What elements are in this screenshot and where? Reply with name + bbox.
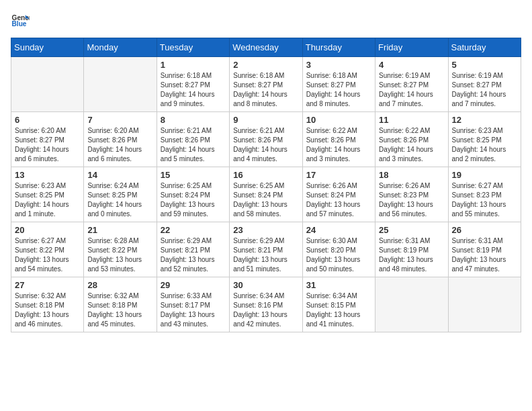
- day-number: 16: [233, 170, 298, 180]
- weekday-header-cell: Sunday: [11, 38, 84, 57]
- calendar-day-cell: 28Sunrise: 6:32 AM Sunset: 8:18 PM Dayli…: [84, 277, 157, 332]
- day-info: Sunrise: 6:29 AM Sunset: 8:21 PM Dayligh…: [161, 236, 226, 274]
- calendar-day-cell: 18Sunrise: 6:26 AM Sunset: 8:23 PM Dayli…: [375, 167, 448, 222]
- day-info: Sunrise: 6:27 AM Sunset: 8:22 PM Dayligh…: [15, 236, 80, 274]
- day-info: Sunrise: 6:31 AM Sunset: 8:19 PM Dayligh…: [379, 236, 444, 274]
- calendar-day-cell: 26Sunrise: 6:31 AM Sunset: 8:19 PM Dayli…: [448, 222, 521, 277]
- day-number: 8: [161, 115, 226, 125]
- calendar-day-cell: 16Sunrise: 6:25 AM Sunset: 8:24 PM Dayli…: [230, 167, 302, 222]
- calendar-day-cell: 9Sunrise: 6:21 AM Sunset: 8:26 PM Daylig…: [230, 112, 302, 167]
- day-info: Sunrise: 6:26 AM Sunset: 8:24 PM Dayligh…: [306, 181, 371, 219]
- day-info: Sunrise: 6:21 AM Sunset: 8:26 PM Dayligh…: [233, 126, 298, 164]
- day-number: 21: [87, 225, 152, 235]
- weekday-header-cell: Thursday: [302, 38, 375, 57]
- calendar-week-row: 6Sunrise: 6:20 AM Sunset: 8:27 PM Daylig…: [11, 112, 521, 167]
- calendar-day-cell: 22Sunrise: 6:29 AM Sunset: 8:21 PM Dayli…: [157, 222, 229, 277]
- day-info: Sunrise: 6:22 AM Sunset: 8:26 PM Dayligh…: [379, 126, 444, 164]
- day-number: 17: [306, 170, 371, 180]
- day-info: Sunrise: 6:23 AM Sunset: 8:25 PM Dayligh…: [452, 126, 517, 164]
- calendar-day-cell: 11Sunrise: 6:22 AM Sunset: 8:26 PM Dayli…: [375, 112, 448, 167]
- day-info: Sunrise: 6:18 AM Sunset: 8:27 PM Dayligh…: [161, 71, 226, 109]
- day-info: Sunrise: 6:18 AM Sunset: 8:27 PM Dayligh…: [233, 71, 298, 109]
- day-number: 14: [87, 170, 152, 180]
- calendar-day-cell: 27Sunrise: 6:32 AM Sunset: 8:18 PM Dayli…: [11, 277, 84, 332]
- calendar-day-cell: 5Sunrise: 6:19 AM Sunset: 8:27 PM Daylig…: [448, 57, 521, 112]
- day-number: 28: [87, 280, 152, 290]
- day-info: Sunrise: 6:26 AM Sunset: 8:23 PM Dayligh…: [379, 181, 444, 219]
- calendar-week-row: 20Sunrise: 6:27 AM Sunset: 8:22 PM Dayli…: [11, 222, 521, 277]
- svg-text:Blue: Blue: [12, 20, 27, 28]
- calendar-week-row: 13Sunrise: 6:23 AM Sunset: 8:25 PM Dayli…: [11, 167, 521, 222]
- calendar-day-cell: [84, 57, 157, 112]
- day-number: 22: [161, 225, 226, 235]
- day-number: 6: [15, 115, 80, 125]
- day-info: Sunrise: 6:20 AM Sunset: 8:26 PM Dayligh…: [87, 126, 152, 164]
- day-number: 11: [379, 115, 444, 125]
- calendar-day-cell: 6Sunrise: 6:20 AM Sunset: 8:27 PM Daylig…: [11, 112, 84, 167]
- calendar-day-cell: 24Sunrise: 6:30 AM Sunset: 8:20 PM Dayli…: [302, 222, 375, 277]
- day-number: 10: [306, 115, 371, 125]
- day-info: Sunrise: 6:34 AM Sunset: 8:15 PM Dayligh…: [306, 291, 371, 329]
- day-number: 5: [452, 60, 517, 70]
- day-info: Sunrise: 6:30 AM Sunset: 8:20 PM Dayligh…: [306, 236, 371, 274]
- calendar-day-cell: 29Sunrise: 6:33 AM Sunset: 8:17 PM Dayli…: [157, 277, 229, 332]
- calendar-day-cell: 8Sunrise: 6:21 AM Sunset: 8:26 PM Daylig…: [157, 112, 229, 167]
- day-info: Sunrise: 6:27 AM Sunset: 8:23 PM Dayligh…: [452, 181, 517, 219]
- calendar-day-cell: 15Sunrise: 6:25 AM Sunset: 8:24 PM Dayli…: [157, 167, 229, 222]
- logo-icon: General Blue: [11, 11, 30, 30]
- day-info: Sunrise: 6:34 AM Sunset: 8:16 PM Dayligh…: [233, 291, 298, 329]
- day-number: 26: [452, 225, 517, 235]
- day-number: 27: [15, 280, 80, 290]
- calendar-day-cell: 21Sunrise: 6:28 AM Sunset: 8:22 PM Dayli…: [84, 222, 157, 277]
- calendar-day-cell: 31Sunrise: 6:34 AM Sunset: 8:15 PM Dayli…: [302, 277, 375, 332]
- calendar-day-cell: 4Sunrise: 6:19 AM Sunset: 8:27 PM Daylig…: [375, 57, 448, 112]
- calendar-day-cell: 1Sunrise: 6:18 AM Sunset: 8:27 PM Daylig…: [157, 57, 229, 112]
- calendar-week-row: 27Sunrise: 6:32 AM Sunset: 8:18 PM Dayli…: [11, 277, 521, 332]
- calendar-day-cell: 19Sunrise: 6:27 AM Sunset: 8:23 PM Dayli…: [448, 167, 521, 222]
- day-info: Sunrise: 6:19 AM Sunset: 8:27 PM Dayligh…: [379, 71, 444, 109]
- calendar-day-cell: 23Sunrise: 6:29 AM Sunset: 8:21 PM Dayli…: [230, 222, 302, 277]
- day-info: Sunrise: 6:31 AM Sunset: 8:19 PM Dayligh…: [452, 236, 517, 274]
- day-number: 15: [161, 170, 226, 180]
- day-number: 25: [379, 225, 444, 235]
- calendar-day-cell: 7Sunrise: 6:20 AM Sunset: 8:26 PM Daylig…: [84, 112, 157, 167]
- calendar-day-cell: 30Sunrise: 6:34 AM Sunset: 8:16 PM Dayli…: [230, 277, 302, 332]
- calendar-day-cell: [375, 277, 448, 332]
- weekday-header-cell: Friday: [375, 38, 448, 57]
- calendar-day-cell: 12Sunrise: 6:23 AM Sunset: 8:25 PM Dayli…: [448, 112, 521, 167]
- calendar-body: 1Sunrise: 6:18 AM Sunset: 8:27 PM Daylig…: [11, 57, 521, 332]
- page-header: General Blue: [11, 11, 521, 30]
- calendar-day-cell: 20Sunrise: 6:27 AM Sunset: 8:22 PM Dayli…: [11, 222, 84, 277]
- day-info: Sunrise: 6:32 AM Sunset: 8:18 PM Dayligh…: [15, 291, 80, 329]
- calendar-day-cell: 25Sunrise: 6:31 AM Sunset: 8:19 PM Dayli…: [375, 222, 448, 277]
- day-number: 19: [452, 170, 517, 180]
- calendar-table: SundayMondayTuesdayWednesdayThursdayFrid…: [11, 38, 521, 332]
- day-number: 9: [233, 115, 298, 125]
- day-number: 3: [306, 60, 371, 70]
- day-info: Sunrise: 6:33 AM Sunset: 8:17 PM Dayligh…: [161, 291, 226, 329]
- day-number: 4: [379, 60, 444, 70]
- day-number: 1: [161, 60, 226, 70]
- day-number: 20: [15, 225, 80, 235]
- day-number: 13: [15, 170, 80, 180]
- calendar-day-cell: 10Sunrise: 6:22 AM Sunset: 8:26 PM Dayli…: [302, 112, 375, 167]
- day-number: 7: [87, 115, 152, 125]
- day-info: Sunrise: 6:18 AM Sunset: 8:27 PM Dayligh…: [306, 71, 371, 109]
- weekday-header-cell: Monday: [84, 38, 157, 57]
- day-info: Sunrise: 6:32 AM Sunset: 8:18 PM Dayligh…: [87, 291, 152, 329]
- weekday-header-row: SundayMondayTuesdayWednesdayThursdayFrid…: [11, 38, 521, 57]
- day-number: 23: [233, 225, 298, 235]
- day-number: 29: [161, 280, 226, 290]
- day-info: Sunrise: 6:25 AM Sunset: 8:24 PM Dayligh…: [233, 181, 298, 219]
- day-info: Sunrise: 6:21 AM Sunset: 8:26 PM Dayligh…: [161, 126, 226, 164]
- day-info: Sunrise: 6:23 AM Sunset: 8:25 PM Dayligh…: [15, 181, 80, 219]
- day-info: Sunrise: 6:19 AM Sunset: 8:27 PM Dayligh…: [452, 71, 517, 109]
- calendar-day-cell: 3Sunrise: 6:18 AM Sunset: 8:27 PM Daylig…: [302, 57, 375, 112]
- day-number: 12: [452, 115, 517, 125]
- calendar-day-cell: [448, 277, 521, 332]
- day-info: Sunrise: 6:29 AM Sunset: 8:21 PM Dayligh…: [233, 236, 298, 274]
- day-info: Sunrise: 6:22 AM Sunset: 8:26 PM Dayligh…: [306, 126, 371, 164]
- weekday-header-cell: Wednesday: [230, 38, 302, 57]
- calendar-day-cell: 2Sunrise: 6:18 AM Sunset: 8:27 PM Daylig…: [230, 57, 302, 112]
- day-number: 18: [379, 170, 444, 180]
